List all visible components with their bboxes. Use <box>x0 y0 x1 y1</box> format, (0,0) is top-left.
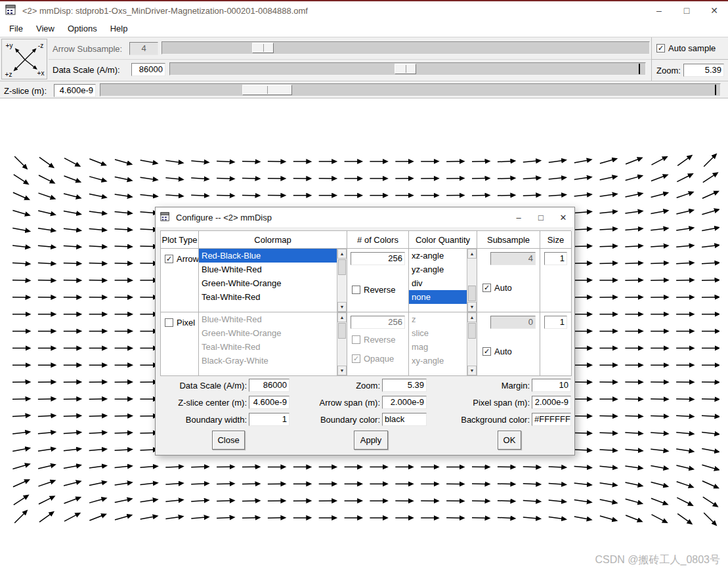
pixel-num-colors-field[interactable]: 256 <box>351 316 405 329</box>
arrow-quantity-listbox[interactable]: xz-angle yz-angle div none ▲ ▼ <box>409 249 477 312</box>
list-item[interactable]: Teal-White-Red <box>199 340 337 354</box>
z-slice-slider-handle[interactable] <box>242 85 292 95</box>
scrollbar-thumb[interactable] <box>338 259 346 275</box>
z-slice-value[interactable]: 4.600e-9 <box>54 84 96 97</box>
dlg-zoom-field[interactable]: 5.39 <box>382 379 427 392</box>
data-scale-slider[interactable] <box>169 62 646 75</box>
arrow-num-colors-field[interactable]: 256 <box>351 252 405 265</box>
ok-button[interactable]: OK <box>498 431 521 450</box>
checkbox-unchecked-icon[interactable] <box>352 286 360 294</box>
dlg-background-color-field[interactable]: #FFFFFF <box>532 413 571 426</box>
scrollbar-thumb[interactable] <box>468 286 476 301</box>
list-item[interactable]: xy-angle <box>409 354 467 368</box>
apply-button[interactable]: Apply <box>354 431 388 450</box>
scroll-up-icon[interactable]: ▲ <box>467 312 477 322</box>
auto-sample-checkbox[interactable]: ✓ Auto sample <box>656 43 716 53</box>
pixel-reverse-checkbox[interactable]: Reverse <box>352 335 395 345</box>
scrollbar-thumb[interactable] <box>338 323 346 339</box>
data-scale-slider-handle[interactable] <box>395 64 416 74</box>
scroll-up-icon[interactable]: ▲ <box>337 249 347 259</box>
menu-options[interactable]: Options <box>61 21 104 36</box>
dialog-close-icon[interactable]: ✕ <box>552 207 574 227</box>
dlg-margin-field[interactable]: 10 <box>532 379 571 392</box>
scroll-up-icon[interactable]: ▲ <box>337 312 347 322</box>
list-item[interactable]: z <box>409 312 467 326</box>
dialog-titlebar[interactable]: Configure -- <2> mmDisp – □ ✕ <box>156 207 574 227</box>
list-item[interactable]: Red-Black-Blue <box>199 249 337 263</box>
scroll-down-icon[interactable]: ▼ <box>467 302 477 312</box>
checkbox-unchecked-icon[interactable] <box>352 335 360 344</box>
menu-file[interactable]: File <box>3 21 30 36</box>
list-item[interactable]: Green-White-Orange <box>199 326 337 340</box>
scrollbar[interactable]: ▲ ▼ <box>337 249 347 312</box>
pixel-size-field[interactable]: 1 <box>544 316 567 329</box>
scrollbar-thumb[interactable] <box>468 323 476 339</box>
maximize-icon[interactable]: □ <box>673 1 700 20</box>
pixel-quantity-listbox[interactable]: z slice mag xy-angle ▲ ▼ <box>409 312 477 375</box>
arrow-subsample-field[interactable]: 4 <box>490 252 536 265</box>
checkbox-unchecked-icon[interactable] <box>165 318 173 327</box>
checkbox-checked-icon[interactable]: ✓ <box>165 255 173 263</box>
dlg-data-scale-field[interactable]: 86000 <box>249 379 289 392</box>
arrow-reverse-checkbox[interactable]: Reverse <box>352 285 395 295</box>
dlg-pixel-span-field[interactable]: 2.000e-9 <box>532 396 571 409</box>
scroll-up-icon[interactable]: ▲ <box>467 249 477 259</box>
zoom-value[interactable]: 5.39 <box>683 64 724 77</box>
checkbox-checked-icon[interactable]: ✓ <box>482 347 491 356</box>
close-icon[interactable]: ✕ <box>700 1 728 20</box>
list-item[interactable]: Green-White-Orange <box>199 276 337 290</box>
list-item[interactable]: yz-angle <box>409 263 467 276</box>
pixel-plot-type-cell: Pixel <box>161 312 199 376</box>
close-button[interactable]: Close <box>212 431 245 450</box>
minimize-icon[interactable]: – <box>645 1 673 20</box>
list-item[interactable]: xz-angle <box>409 249 467 263</box>
scroll-down-icon[interactable]: ▼ <box>337 366 347 375</box>
list-item[interactable]: div <box>409 276 467 290</box>
list-item[interactable]: Blue-White-Red <box>199 263 337 276</box>
arrow-colormap-listbox[interactable]: Red-Black-Blue Blue-White-Red Green-Whit… <box>199 249 347 312</box>
axes-icon: +y -z +z +x <box>2 39 47 79</box>
dlg-z-slice-center-field[interactable]: 4.600e-9 <box>249 396 289 409</box>
arrow-subsample-value[interactable]: 4 <box>129 42 158 55</box>
list-item[interactable]: Black-Gray-White <box>199 354 337 368</box>
arrow-subsample-slider-handle[interactable] <box>252 43 274 53</box>
pixel-colormap-cell: Blue-White-Red Green-White-Orange Teal-W… <box>199 312 347 376</box>
checkbox-checked-icon[interactable]: ✓ <box>352 354 360 363</box>
dlg-boundary-width-field[interactable]: 1 <box>249 413 289 426</box>
scrollbar[interactable]: ▲ ▼ <box>467 312 477 375</box>
scrollbar[interactable]: ▲ ▼ <box>467 249 477 312</box>
checkbox-checked-icon[interactable]: ✓ <box>656 44 665 53</box>
dialog-maximize-icon[interactable]: □ <box>530 207 552 227</box>
pixel-auto-checkbox[interactable]: ✓ Auto <box>482 347 512 356</box>
dialog-minimize-icon[interactable]: – <box>507 207 530 227</box>
pixel-colormap-listbox[interactable]: Blue-White-Red Green-White-Orange Teal-W… <box>199 312 347 375</box>
z-slice-slider[interactable] <box>100 83 721 96</box>
toolbar: +y -z +z +x Arrow Subsample: 4 ✓ Auto sa… <box>0 37 728 98</box>
menu-help[interactable]: Help <box>104 21 135 36</box>
scroll-down-icon[interactable]: ▼ <box>337 302 347 312</box>
axis-z-label: +z <box>5 71 12 78</box>
pixel-opaque-checkbox[interactable]: ✓ Opaque <box>352 354 394 364</box>
scrollbar[interactable]: ▲ ▼ <box>337 312 347 375</box>
list-item[interactable]: Teal-White-Red <box>199 290 337 304</box>
scroll-down-icon[interactable]: ▼ <box>467 366 477 375</box>
dlg-arrow-span-field[interactable]: 2.000e-9 <box>382 396 427 409</box>
list-item[interactable]: none <box>409 290 467 304</box>
dialog-title: Configure -- <2> mmDisp <box>176 213 272 223</box>
menu-view[interactable]: View <box>30 21 61 36</box>
arrow-checkbox[interactable]: ✓ Arrow <box>165 254 199 264</box>
data-scale-value[interactable]: 86000 <box>131 63 165 76</box>
pixel-subsample-field[interactable]: 0 <box>490 316 536 329</box>
dlg-boundary-color-field[interactable]: black <box>382 413 427 426</box>
pixel-checkbox[interactable]: Pixel <box>165 318 195 328</box>
coordinate-axes-widget[interactable]: +y -z +z +x <box>1 39 47 79</box>
titlebar[interactable]: <2> mmDisp: stdprob1-Oxs_MinDriver-Magne… <box>0 1 728 20</box>
checkbox-checked-icon[interactable]: ✓ <box>482 284 491 292</box>
arrow-subsample-slider[interactable] <box>161 41 650 54</box>
list-item[interactable]: mag <box>409 340 467 354</box>
list-item[interactable]: Blue-White-Red <box>199 312 337 326</box>
auto-sample-panel: ✓ Auto sample <box>651 37 728 59</box>
arrow-auto-checkbox[interactable]: ✓ Auto <box>482 283 512 293</box>
list-item[interactable]: slice <box>409 326 467 340</box>
arrow-size-field[interactable]: 1 <box>544 252 567 265</box>
